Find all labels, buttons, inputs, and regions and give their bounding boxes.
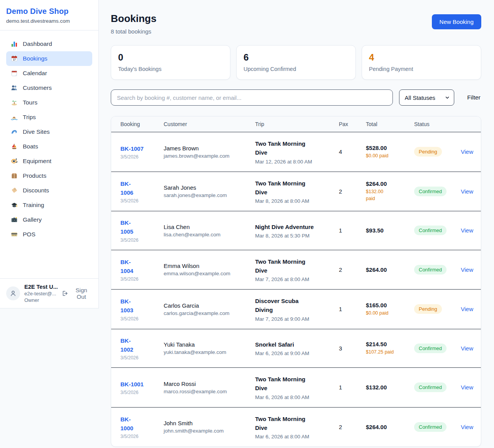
customer-name: Carlos Garcia xyxy=(164,302,255,309)
view-link[interactable]: View xyxy=(461,424,481,430)
customer-email: lisa.chen@example.com xyxy=(164,232,255,237)
package-icon xyxy=(11,172,18,179)
sidebar-item-equipment[interactable]: Equipment xyxy=(6,154,92,168)
booking-id-link[interactable]: BK-1001 xyxy=(120,380,164,389)
sidebar-item-dive-sites[interactable]: Dive Sites xyxy=(6,125,92,139)
trip-datetime: Mar 8, 2026 at 5:30 PM xyxy=(255,233,339,239)
sidebar-item-label: POS xyxy=(23,231,36,238)
sidebar-item-label: Training xyxy=(23,202,44,209)
table-row: BK- 1002 3/5/2026 Yuki Tanaka yuki.tanak… xyxy=(111,329,481,368)
table-row: BK- 1005 3/5/2026 Lisa Chen lisa.chen@ex… xyxy=(111,211,481,250)
status-badge: Confirmed xyxy=(414,265,447,275)
view-link[interactable]: View xyxy=(461,345,481,352)
page-subtitle: 8 total bookings xyxy=(111,28,156,35)
stat-card: 6 Upcoming Confirmed xyxy=(236,45,356,80)
search-input[interactable] xyxy=(111,89,393,106)
total-amount: $165.00 xyxy=(366,302,414,308)
status-badge: Pending xyxy=(414,147,442,157)
brand: Demo Dive Shop demo.test.divestreams.com xyxy=(0,0,98,30)
view-link[interactable]: View xyxy=(461,306,481,312)
booking-id-link[interactable]: BK- 1004 xyxy=(120,258,164,276)
sidebar-item-tours[interactable]: Tours xyxy=(6,95,92,110)
view-link[interactable]: View xyxy=(461,384,481,391)
customer-email: yuki.tanaka@example.com xyxy=(164,349,255,355)
sidebar-item-trips[interactable]: Trips xyxy=(6,110,92,125)
view-link[interactable]: View xyxy=(461,188,481,195)
paid-amount: $0.00 paid xyxy=(366,310,414,317)
view-link[interactable]: View xyxy=(461,266,481,273)
total-amount: $132.00 xyxy=(366,384,414,391)
column-header-booking: Booking xyxy=(120,121,164,127)
sidebar-item-boats[interactable]: Boats xyxy=(6,139,92,154)
status-badge: Confirmed xyxy=(414,422,447,432)
customer-email: james.brown@example.com xyxy=(164,153,255,159)
sidebar-item-training[interactable]: Training xyxy=(6,198,92,212)
booking-date: 3/5/2026 xyxy=(120,390,164,395)
booking-date: 3/5/2026 xyxy=(120,434,164,439)
booking-id-link[interactable]: BK- 1002 xyxy=(120,336,164,354)
sidebar-item-pos[interactable]: POS xyxy=(6,227,92,242)
pax-count: 4 xyxy=(339,148,366,155)
stat-label: Upcoming Confirmed xyxy=(244,66,349,72)
tag-icon xyxy=(11,187,18,194)
user-role: Owner xyxy=(24,297,57,303)
table-row: BK-1007 3/5/2026 James Brown james.brown… xyxy=(111,132,481,172)
pax-count: 1 xyxy=(339,384,366,391)
booking-id-link[interactable]: BK- 1005 xyxy=(120,218,164,236)
sidebar-item-customers[interactable]: Customers xyxy=(6,81,92,95)
view-link[interactable]: View xyxy=(461,227,481,234)
filter-button[interactable]: Filter xyxy=(467,91,481,104)
dive-mask-icon xyxy=(11,158,18,165)
customer-name: Emma Wilson xyxy=(164,263,255,269)
view-link[interactable]: View xyxy=(461,148,481,155)
sidebar: Demo Dive Shop demo.test.divestreams.com… xyxy=(0,0,99,308)
stat-card: 4 Pending Payment xyxy=(362,45,481,80)
sign-out-button[interactable]: Sign Out xyxy=(61,287,92,300)
trip-name: Two Tank Morning Dive xyxy=(255,375,339,393)
sidebar-item-calendar[interactable]: Calendar xyxy=(6,66,92,81)
total-amount: $264.00 xyxy=(366,180,414,187)
booking-id-link[interactable]: BK- 1003 xyxy=(120,297,164,315)
stat-card: 0 Today's Bookings xyxy=(111,45,230,80)
tear-calendar-icon xyxy=(11,70,18,77)
customer-name: Sarah Jones xyxy=(164,184,255,191)
customer-email: emma.wilson@example.com xyxy=(164,271,255,276)
sidebar-item-bookings[interactable]: 17 Bookings xyxy=(6,51,92,66)
customer-email: marco.rossi@example.com xyxy=(164,389,255,394)
sidebar-user-section: E2E Test U... e2e-tester@... Owner Sign … xyxy=(0,278,98,308)
stat-value: 6 xyxy=(244,52,349,63)
booking-id-link[interactable]: BK-1007 xyxy=(120,144,164,153)
svg-text:17: 17 xyxy=(13,58,16,61)
stats-row: 0 Today's Bookings 6 Upcoming Confirmed … xyxy=(111,45,481,80)
status-badge: Confirmed xyxy=(414,382,447,392)
brand-title: Demo Dive Shop xyxy=(6,7,92,16)
status-badge: Confirmed xyxy=(414,344,447,353)
calendar-icon: 17 xyxy=(11,55,18,62)
sidebar-item-products[interactable]: Products xyxy=(6,168,92,183)
customer-email: sarah.jones@example.com xyxy=(164,192,255,198)
stat-label: Pending Payment xyxy=(369,66,474,72)
island-icon xyxy=(11,99,18,106)
table-row: BK- 1000 3/5/2026 John Smith john.smith@… xyxy=(111,408,481,447)
sidebar-item-gallery[interactable]: Gallery xyxy=(6,212,92,227)
booking-id-link[interactable]: BK- 1000 xyxy=(120,415,164,433)
avatar xyxy=(6,286,20,300)
trip-datetime: Mar 6, 2026 at 8:00 AM xyxy=(255,394,339,400)
booking-id-link[interactable]: BK- 1006 xyxy=(120,179,164,197)
pax-count: 3 xyxy=(339,345,366,352)
customer-name: Lisa Chen xyxy=(164,224,255,230)
trip-datetime: Mar 7, 2026 at 9:00 AM xyxy=(255,316,339,322)
trip-name: Two Tank Morning Dive xyxy=(255,257,339,275)
sidebar-item-label: Calendar xyxy=(23,70,47,77)
status-badge: Pending xyxy=(414,304,442,314)
table-row: BK- 1003 3/5/2026 Carlos Garcia carlos.g… xyxy=(111,290,481,329)
pax-count: 2 xyxy=(339,424,366,430)
sidebar-item-discounts[interactable]: Discounts xyxy=(6,183,92,198)
sidebar-item-dashboard[interactable]: Dashboard xyxy=(6,37,92,51)
status-filter-select[interactable]: All Statuses xyxy=(399,89,454,106)
total-amount: $528.00 xyxy=(366,145,414,151)
new-booking-button[interactable]: New Booking xyxy=(432,14,481,29)
sidebar-nav: Dashboard 17 Bookings Calendar Customers… xyxy=(0,30,98,248)
sidebar-item-label: Tours xyxy=(23,99,37,106)
table-row: BK-1001 3/5/2026 Marco Rossi marco.rossi… xyxy=(111,368,481,408)
